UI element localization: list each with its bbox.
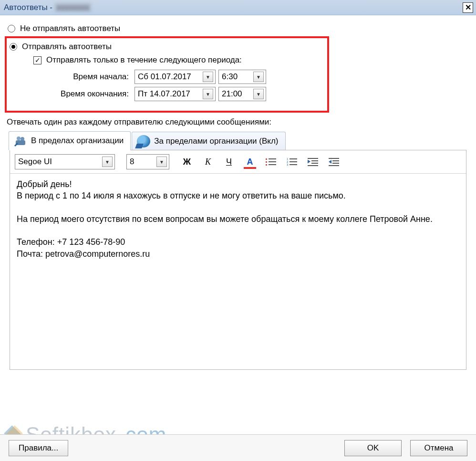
start-date-dropdown[interactable]: ▼ (203, 72, 213, 82)
tab-outside-org[interactable]: За пределами организации (Вкл) (132, 132, 285, 150)
editor-toolbar: Segoe UI ▼ 8 ▼ Ж К Ч А 123 (10, 150, 466, 174)
cancel-button[interactable]: Отмена (410, 440, 467, 456)
numbered-list-button[interactable]: 123 (286, 156, 298, 168)
end-date-combo[interactable]: Пт 14.07.2017 ▼ (135, 87, 216, 101)
decrease-indent-button[interactable] (307, 156, 319, 168)
font-family-value: Segoe UI (18, 157, 52, 167)
end-time-value: 21:00 (222, 89, 242, 99)
chevron-down-icon: ▼ (256, 92, 261, 97)
tab-inside-label: В пределах организации (31, 136, 124, 146)
bullet-list-button[interactable] (265, 156, 277, 168)
chevron-down-icon: ▼ (159, 159, 164, 165)
radio-do-not-send-row[interactable]: Не отправлять автоответы (8, 24, 471, 33)
message-editor[interactable]: Добрый день! В период с 1 по 14 июля я н… (10, 174, 466, 369)
italic-button[interactable]: К (202, 156, 214, 168)
period-checkbox[interactable]: ✓ (33, 56, 41, 64)
font-size-combo[interactable]: 8 ▼ (126, 154, 169, 169)
title-bar: Автоответы - xxxxxxxx ✕ (0, 0, 476, 15)
period-checkbox-label: Отправлять только в течение следующего п… (46, 55, 242, 65)
font-size-dropdown[interactable]: ▼ (156, 157, 167, 167)
reply-once-label: Отвечать один раз каждому отправителю сл… (7, 117, 471, 127)
end-date-value: Пт 14.07.2017 (138, 89, 190, 99)
start-time-dropdown[interactable]: ▼ (253, 72, 264, 82)
underline-button[interactable]: Ч (223, 156, 235, 168)
chevron-down-icon: ▼ (206, 92, 210, 97)
start-time-row: Время начала: Сб 01.07.2017 ▼ 6:30 ▼ (38, 70, 323, 84)
ok-button-label: OK (367, 443, 379, 453)
people-icon (14, 135, 27, 147)
font-color-button[interactable]: А (244, 156, 256, 168)
end-time-combo[interactable]: 21:00 ▼ (218, 87, 266, 101)
bullet-list-icon (266, 157, 276, 166)
svg-rect-20 (329, 158, 339, 159)
svg-rect-22 (332, 163, 339, 164)
globe-icon (137, 135, 150, 147)
svg-rect-7 (266, 164, 267, 166)
svg-rect-21 (332, 160, 339, 161)
chevron-down-icon: ▼ (206, 74, 210, 80)
outdent-icon (308, 157, 318, 166)
svg-rect-8 (269, 164, 276, 165)
bold-button[interactable]: Ж (181, 156, 193, 168)
close-icon: ✕ (465, 3, 471, 12)
increase-indent-button[interactable] (328, 156, 340, 168)
title-obscured: xxxxxxxx (55, 3, 91, 12)
svg-rect-23 (329, 165, 339, 166)
rules-button-label: Правила... (19, 443, 58, 453)
radio-send-label: Отправлять автоответы (22, 42, 112, 52)
indent-icon (329, 157, 339, 166)
close-button[interactable]: ✕ (463, 2, 473, 13)
svg-point-1 (21, 137, 24, 141)
end-time-dropdown[interactable]: ▼ (253, 89, 264, 99)
start-date-combo[interactable]: Сб 01.07.2017 ▼ (135, 70, 216, 84)
svg-marker-24 (329, 160, 331, 164)
end-label: Время окончания: (38, 89, 129, 99)
svg-rect-14 (290, 164, 297, 165)
end-date-dropdown[interactable]: ▼ (203, 89, 213, 99)
radio-send-row[interactable]: Отправлять автоответы (10, 42, 323, 52)
svg-rect-6 (269, 161, 276, 162)
tabs: В пределах организации За пределами орга… (9, 131, 471, 150)
svg-rect-10 (290, 158, 297, 159)
start-time-combo[interactable]: 6:30 ▼ (218, 70, 266, 84)
font-family-combo[interactable]: Segoe UI ▼ (15, 154, 115, 169)
svg-rect-16 (311, 160, 318, 161)
start-label: Время начала: (38, 72, 129, 82)
svg-rect-12 (290, 161, 297, 162)
svg-rect-15 (308, 158, 318, 159)
radio-send[interactable] (10, 43, 17, 51)
window-title: Автоответы - xxxxxxxx (4, 3, 91, 12)
svg-point-0 (17, 136, 21, 140)
radio-do-not-send-label: Не отправлять автоответы (20, 24, 120, 33)
radio-do-not-send[interactable] (8, 25, 15, 32)
period-checkbox-row[interactable]: ✓ Отправлять только в течение следующего… (33, 55, 323, 65)
svg-rect-5 (266, 161, 267, 163)
start-date-value: Сб 01.07.2017 (138, 72, 191, 82)
send-options-highlight: Отправлять автоответы ✓ Отправлять тольк… (5, 36, 329, 113)
svg-rect-17 (311, 163, 318, 164)
tab-inside-org[interactable]: В пределах организации (9, 131, 131, 150)
chevron-down-icon: ▼ (105, 159, 110, 165)
font-size-value: 8 (130, 157, 134, 167)
ok-button[interactable]: OK (344, 440, 402, 456)
svg-rect-3 (266, 158, 267, 160)
chevron-down-icon: ▼ (256, 74, 261, 80)
svg-rect-4 (269, 158, 276, 159)
svg-rect-18 (308, 165, 318, 166)
start-time-value: 6:30 (222, 72, 238, 82)
end-time-row: Время окончания: Пт 14.07.2017 ▼ 21:00 ▼ (38, 87, 323, 101)
rules-button[interactable]: Правила... (9, 440, 68, 456)
tab-outside-label: За пределами организации (Вкл) (154, 136, 278, 146)
numbered-list-icon: 123 (287, 157, 297, 166)
cancel-button-label: Отмена (424, 443, 454, 453)
font-family-dropdown[interactable]: ▼ (102, 157, 113, 167)
editor-frame: Segoe UI ▼ 8 ▼ Ж К Ч А 123 Добр (10, 150, 466, 370)
dialog-footer: Правила... OK Отмена (0, 434, 476, 461)
svg-marker-19 (308, 160, 310, 164)
svg-text:3: 3 (287, 163, 289, 166)
